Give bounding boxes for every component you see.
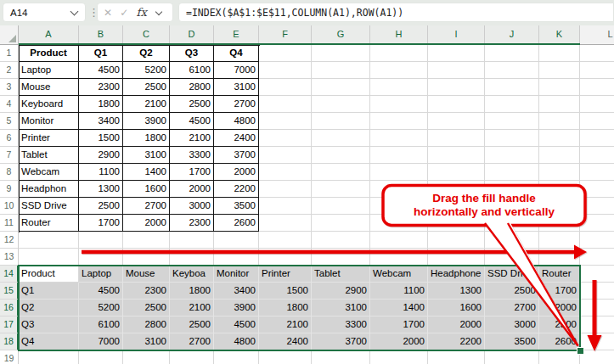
column-header-a[interactable]: A (19, 25, 79, 45)
cell-J5[interactable] (485, 113, 539, 130)
cell-D8[interactable]: 1700 (170, 164, 214, 181)
cell-C19[interactable] (123, 350, 170, 364)
cell-K7[interactable] (539, 147, 580, 164)
cell-L2[interactable] (580, 62, 614, 79)
cell-K6[interactable] (539, 130, 580, 147)
cell-F13[interactable] (259, 249, 312, 266)
cell-B10[interactable]: 2500 (79, 198, 123, 215)
cell-A8[interactable]: Webcam (19, 164, 79, 181)
cell-A3[interactable]: Mouse (19, 79, 79, 96)
insert-function-icon[interactable]: fx (137, 6, 147, 19)
row-header-7[interactable]: 7 (0, 147, 19, 164)
cell-D1[interactable]: Q3 (170, 45, 214, 62)
cell-D11[interactable]: 2300 (170, 215, 214, 232)
cell-C17[interactable]: 2800 (123, 316, 170, 333)
cell-D12[interactable] (170, 232, 214, 249)
cell-G14[interactable]: Tablet (312, 266, 370, 283)
cell-H15[interactable]: 1100 (370, 283, 428, 300)
cell-B12[interactable] (79, 232, 123, 249)
cell-K18[interactable]: 2600 (539, 333, 580, 350)
cell-J15[interactable]: 2500 (485, 283, 539, 300)
column-header-b[interactable]: B (79, 25, 123, 45)
name-box[interactable]: A14 (3, 3, 86, 22)
column-header-h[interactable]: H (370, 25, 428, 45)
cell-E17[interactable]: 4500 (214, 316, 259, 333)
cell-B13[interactable] (79, 249, 123, 266)
cell-D4[interactable]: 2500 (170, 96, 214, 113)
cell-K9[interactable] (539, 181, 580, 198)
cell-G4[interactable] (312, 96, 370, 113)
cell-L4[interactable] (580, 96, 614, 113)
cell-G8[interactable] (312, 164, 370, 181)
cell-K15[interactable]: 1700 (539, 283, 580, 300)
cell-J12[interactable] (485, 232, 539, 249)
cell-E1[interactable]: Q4 (214, 45, 259, 62)
cell-J6[interactable] (485, 130, 539, 147)
cell-G18[interactable]: 3700 (312, 333, 370, 350)
cell-G1[interactable] (312, 45, 370, 62)
cell-C7[interactable]: 3100 (123, 147, 170, 164)
cell-I1[interactable] (428, 45, 485, 62)
cell-E7[interactable]: 3700 (214, 147, 259, 164)
cell-G12[interactable] (312, 232, 370, 249)
cell-C14[interactable]: Mouse (123, 266, 170, 283)
cell-A13[interactable] (19, 249, 79, 266)
cell-J16[interactable]: 2700 (485, 300, 539, 316)
cell-L8[interactable] (580, 164, 614, 181)
cell-A6[interactable]: Printer (19, 130, 79, 147)
cell-E18[interactable]: 4800 (214, 333, 259, 350)
cell-D17[interactable]: 2500 (170, 316, 214, 333)
cell-H13[interactable] (370, 249, 428, 266)
cell-G16[interactable]: 3100 (312, 300, 370, 316)
cell-I15[interactable]: 1300 (428, 283, 485, 300)
cell-B11[interactable]: 1700 (79, 215, 123, 232)
cell-K13[interactable] (539, 249, 580, 266)
cell-B3[interactable]: 2300 (79, 79, 123, 96)
cell-H10[interactable] (370, 198, 428, 215)
cell-H7[interactable] (370, 147, 428, 164)
row-header-17[interactable]: 17 (0, 316, 19, 333)
cell-F8[interactable] (259, 164, 312, 181)
row-header-2[interactable]: 2 (0, 62, 19, 79)
cell-F17[interactable]: 2100 (259, 316, 312, 333)
fill-handle[interactable] (577, 347, 584, 355)
cell-E13[interactable] (214, 249, 259, 266)
cell-F2[interactable] (259, 62, 312, 79)
cell-G19[interactable] (312, 350, 370, 364)
cell-I18[interactable]: 2200 (428, 333, 485, 350)
cell-H11[interactable] (370, 215, 428, 232)
row-header-8[interactable]: 8 (0, 164, 19, 181)
cell-L19[interactable] (580, 350, 614, 364)
fx-dropdown-icon[interactable] (155, 8, 162, 14)
cell-E4[interactable]: 2700 (214, 96, 259, 113)
cell-L15[interactable] (580, 283, 614, 300)
cell-D16[interactable]: 2100 (170, 300, 214, 316)
cell-H16[interactable]: 1400 (370, 300, 428, 316)
cell-B8[interactable]: 1100 (79, 164, 123, 181)
cell-B17[interactable]: 6100 (79, 316, 123, 333)
cell-E16[interactable]: 3900 (214, 300, 259, 316)
cell-A15[interactable]: Q1 (19, 283, 79, 300)
cell-C1[interactable]: Q2 (123, 45, 170, 62)
cell-F19[interactable] (259, 350, 312, 364)
cell-G7[interactable] (312, 147, 370, 164)
cell-B4[interactable]: 1800 (79, 96, 123, 113)
cell-E12[interactable] (214, 232, 259, 249)
cell-J18[interactable]: 3500 (485, 333, 539, 350)
cell-K8[interactable] (539, 164, 580, 181)
cell-G11[interactable] (312, 215, 370, 232)
cell-H1[interactable] (370, 45, 428, 62)
cell-B2[interactable]: 4500 (79, 62, 123, 79)
select-all-corner[interactable] (0, 25, 19, 45)
cell-F16[interactable]: 1800 (259, 300, 312, 316)
cell-K19[interactable] (539, 350, 580, 364)
cell-I7[interactable] (428, 147, 485, 164)
cell-C4[interactable]: 2100 (123, 96, 170, 113)
cell-L5[interactable] (580, 113, 614, 130)
column-header-j[interactable]: J (485, 25, 539, 45)
cell-L6[interactable] (580, 130, 614, 147)
cell-D6[interactable]: 2100 (170, 130, 214, 147)
cell-F1[interactable] (259, 45, 312, 62)
enter-icon[interactable]: ✓ (120, 7, 128, 19)
row-header-3[interactable]: 3 (0, 79, 19, 96)
